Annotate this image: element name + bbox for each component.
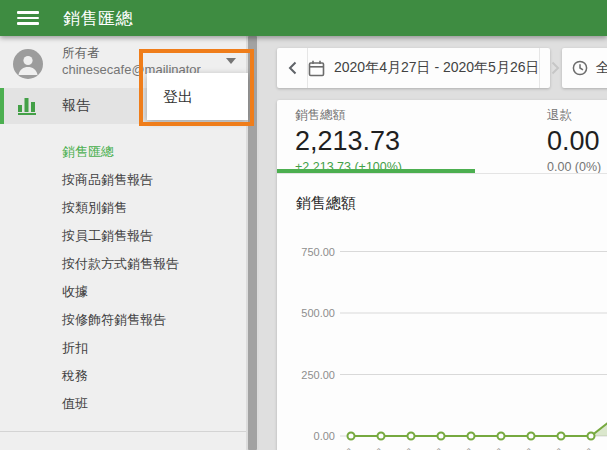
date-range-selector[interactable]: 2020年4月27日 - 2020年5月26日 bbox=[308, 59, 539, 77]
svg-text:250.00: 250.00 bbox=[301, 369, 335, 381]
svg-text:銷售總額: 銷售總額 bbox=[296, 194, 356, 211]
svg-text:500.00: 500.00 bbox=[301, 307, 335, 319]
app-window: 銷售匯總 所有者 chinesecafe@mailinator 報告 銷售匯總 bbox=[0, 0, 607, 450]
active-metric-underline bbox=[277, 169, 475, 173]
date-range-card: 2020年4月27日 - 2020年5月26日 bbox=[277, 48, 550, 88]
sidebar-report-item[interactable]: 折扣 bbox=[0, 334, 246, 362]
sidebar-report-item-label: 收據 bbox=[62, 284, 88, 299]
sidebar-report-item[interactable]: 銷售匯總 bbox=[0, 138, 246, 166]
sidebar-report-item[interactable]: 按類別銷售 bbox=[0, 194, 246, 222]
sidebar-report-item-label: 按付款方式銷售報告 bbox=[62, 256, 179, 271]
sidebar-report-item-label: 按修飾符銷售報告 bbox=[62, 312, 166, 327]
sidebar-item-items[interactable]: 商品 bbox=[0, 434, 246, 450]
svg-text:5月4日: 5月4日 bbox=[538, 446, 567, 450]
time-filter-card[interactable]: 全 bbox=[562, 48, 607, 88]
sidebar-report-item-label: 銷售匯總 bbox=[62, 144, 114, 159]
metric-value: 0.00 bbox=[547, 126, 607, 157]
metric-delta: 0.00 (0%) bbox=[547, 160, 607, 174]
sidebar-report-item-label: 按商品銷售報告 bbox=[62, 172, 153, 187]
sidebar-report-item[interactable]: 收據 bbox=[0, 278, 246, 306]
page-title: 銷售匯總 bbox=[63, 7, 133, 30]
tiles-divider bbox=[277, 173, 607, 174]
svg-text:4月30日: 4月30日 bbox=[414, 446, 446, 450]
svg-text:5月5日: 5月5日 bbox=[568, 446, 597, 450]
svg-text:750.00: 750.00 bbox=[301, 246, 335, 258]
metric-label: 退款 bbox=[547, 100, 607, 124]
app-header: 銷售匯總 bbox=[0, 0, 607, 36]
chevron-right-icon bbox=[551, 61, 560, 75]
time-filter-label: 全 bbox=[596, 59, 607, 77]
metric-value: 2,213.73 bbox=[295, 126, 525, 157]
sidebar-report-item-label: 折扣 bbox=[62, 340, 88, 355]
sales-summary-card: 銷售總額 2,213.73 +2,213.73 (+100%) 退款 0.00 … bbox=[277, 100, 607, 450]
sidebar-section-label: 報告 bbox=[62, 97, 90, 115]
sidebar-report-item[interactable]: 稅務 bbox=[0, 362, 246, 390]
chevron-left-icon bbox=[288, 61, 297, 75]
sidebar-report-item[interactable]: 值班 bbox=[0, 390, 246, 418]
clock-icon bbox=[572, 60, 588, 76]
sidebar-report-item-label: 值班 bbox=[62, 396, 88, 411]
logout-menu-item[interactable]: 登出 bbox=[147, 73, 248, 120]
sidebar-report-item-label: 按類別銷售 bbox=[62, 200, 127, 215]
account-dropdown-menu: 登出 bbox=[147, 73, 248, 120]
previous-period-button[interactable] bbox=[277, 48, 307, 88]
svg-text:0.00: 0.00 bbox=[314, 430, 335, 442]
svg-text:5月2日: 5月2日 bbox=[478, 446, 507, 450]
bar-chart-icon bbox=[18, 97, 38, 115]
sales-line-chart: 銷售總額0.00250.00500.00750.004月27日4月28日4月29… bbox=[277, 180, 607, 450]
svg-text:5月3日: 5月3日 bbox=[508, 446, 537, 450]
svg-text:4月27日: 4月27日 bbox=[324, 446, 356, 450]
sidebar-scrollbar-thumb[interactable] bbox=[248, 36, 257, 450]
account-role-label: 所有者 bbox=[62, 45, 100, 62]
reports-submenu: 銷售匯總 按商品銷售報告 按類別銷售 按員工銷售報告 按付款方式銷售報告 收據 … bbox=[0, 138, 246, 418]
sidebar-report-item-label: 稅務 bbox=[62, 368, 88, 383]
svg-text:4月28日: 4月28日 bbox=[354, 446, 386, 450]
calendar-icon bbox=[308, 60, 325, 77]
metric-tile-refunds[interactable]: 退款 0.00 0.00 (0%) bbox=[547, 100, 607, 173]
metric-label: 銷售總額 bbox=[295, 100, 525, 124]
sidebar-report-item[interactable]: 按商品銷售報告 bbox=[0, 166, 246, 194]
sidebar-report-item[interactable]: 按員工銷售報告 bbox=[0, 222, 246, 250]
metric-tile-gross-sales[interactable]: 銷售總額 2,213.73 +2,213.73 (+100%) bbox=[295, 100, 525, 173]
user-avatar-icon bbox=[13, 49, 43, 79]
hamburger-menu-icon[interactable] bbox=[17, 11, 39, 25]
sidebar-divider bbox=[0, 431, 246, 432]
sidebar-report-item-label: 按員工銷售報告 bbox=[62, 228, 153, 243]
date-range-text: 2020年4月27日 - 2020年5月26日 bbox=[334, 59, 539, 77]
sidebar-report-item[interactable]: 按付款方式銷售報告 bbox=[0, 250, 246, 278]
svg-text:4月29日: 4月29日 bbox=[384, 446, 416, 450]
account-dropdown-caret-icon[interactable] bbox=[226, 58, 236, 64]
svg-text:5月1日: 5月1日 bbox=[448, 446, 477, 450]
sidebar-report-item[interactable]: 按修飾符銷售報告 bbox=[0, 306, 246, 334]
